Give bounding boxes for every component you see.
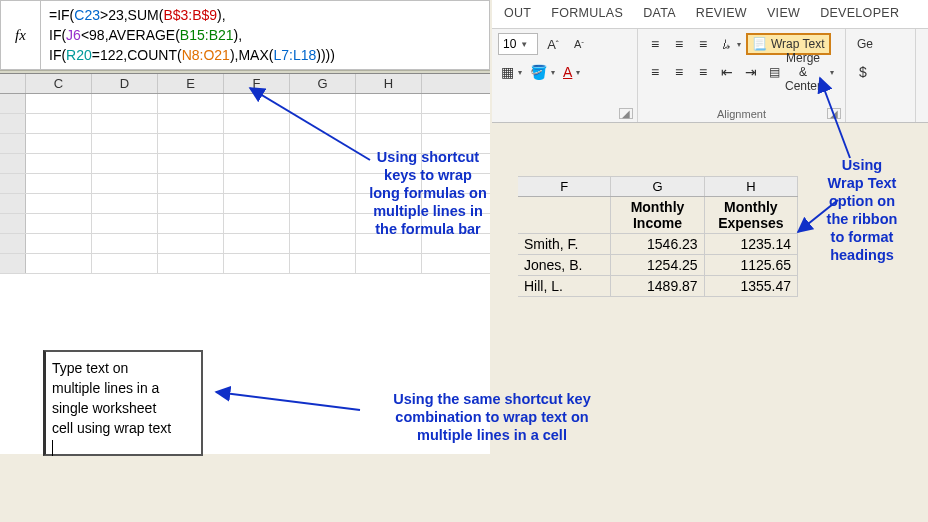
col-header[interactable]: D	[92, 74, 158, 93]
income-cell: 1546.23	[611, 234, 704, 254]
align-bottom-button[interactable]: ≡	[692, 33, 714, 55]
chevron-down-icon: ▾	[518, 68, 522, 77]
wrap-text-icon: 📃	[752, 37, 767, 51]
table-row[interactable]: Jones, B. 1254.25 1125.65	[518, 255, 798, 276]
align-middle-button[interactable]: ≡	[668, 33, 690, 55]
chevron-down-icon: ▾	[576, 68, 580, 77]
chevron-down-icon: ▼	[520, 40, 528, 49]
align-center-button[interactable]: ≡	[668, 61, 690, 83]
orientation-button[interactable]: ⭞▾	[716, 33, 744, 55]
align-top-button[interactable]: ≡	[644, 33, 666, 55]
col-header[interactable]: C	[26, 74, 92, 93]
expenses-cell: 1125.65	[705, 255, 798, 275]
number-format-dropdown[interactable]: Ge	[852, 33, 878, 55]
ribbon-tab[interactable]: FORMULAS	[541, 4, 633, 22]
group-label: Alignment	[638, 108, 845, 120]
wrapped-text-content: Type text on multiple lines in a single …	[52, 360, 171, 436]
font-group: 10▼ Aˆ Aˇ ▦▾ 🪣▾ A▾ ◢	[492, 29, 638, 122]
annotation-wrap-text: Using Wrap Text option on the ribbon to …	[812, 156, 912, 264]
name-cell: Jones, B.	[518, 255, 611, 275]
decrease-indent-button[interactable]: ⇤	[716, 61, 738, 83]
merge-icon: ▤	[769, 65, 780, 79]
col-header[interactable]: H	[705, 177, 798, 196]
align-right-button[interactable]: ≡	[692, 61, 714, 83]
decrease-font-button[interactable]: Aˇ	[568, 33, 590, 55]
increase-font-button[interactable]: Aˆ	[542, 33, 564, 55]
income-cell: 1489.87	[611, 276, 704, 296]
annotation-cell-wrap: Using the same shortcut key combination …	[362, 390, 622, 444]
ribbon-tab[interactable]: OUT	[494, 4, 541, 22]
sample-table: F G H Monthly Income Monthly Expenses Sm…	[518, 176, 798, 297]
table-header-cell: Monthly Income	[611, 197, 704, 233]
dialog-launcher-icon[interactable]: ◢	[619, 108, 633, 119]
number-group: Ge $	[846, 29, 916, 122]
col-header[interactable]: G	[611, 177, 704, 196]
align-left-button[interactable]: ≡	[644, 61, 666, 83]
name-cell: Smith, F.	[518, 234, 611, 254]
formula-input[interactable]: =IF(C23>23,SUM(B$3:B$9), IF(J6<98,AVERAG…	[41, 1, 489, 69]
alignment-group: ≡ ≡ ≡ ⭞▾ 📃 Wrap Text ≡ ≡ ≡ ⇤ ⇥ ▤ Merge &…	[638, 29, 846, 122]
table-row[interactable]: Hill, L. 1489.87 1355.47	[518, 276, 798, 297]
text-cursor	[52, 440, 53, 456]
table-row[interactable]: Smith, F. 1546.23 1235.14	[518, 234, 798, 255]
accounting-format-button[interactable]: $	[852, 61, 874, 83]
ribbon-tab[interactable]: VIEW	[757, 4, 810, 22]
expenses-cell: 1355.47	[705, 276, 798, 296]
expenses-cell: 1235.14	[705, 234, 798, 254]
increase-indent-button[interactable]: ⇥	[740, 61, 762, 83]
merge-center-button[interactable]: ▤ Merge & Center ▾	[764, 61, 839, 83]
fill-color-button[interactable]: 🪣▾	[527, 61, 558, 83]
fx-label[interactable]: fx	[1, 1, 41, 69]
font-size-input[interactable]: 10▼	[498, 33, 538, 55]
chevron-down-icon: ▾	[551, 68, 555, 77]
ribbon-tab-strip: OUT FORMULAS DATA REVIEW VIEW DEVELOPER	[492, 0, 928, 29]
ribbon-panel: OUT FORMULAS DATA REVIEW VIEW DEVELOPER …	[492, 0, 928, 123]
wrapped-text-cell[interactable]: Type text on multiple lines in a single …	[43, 350, 203, 456]
chevron-down-icon: ▾	[830, 68, 834, 77]
name-cell: Hill, L.	[518, 276, 611, 296]
ribbon-body: 10▼ Aˆ Aˇ ▦▾ 🪣▾ A▾ ◢ ≡ ≡ ≡ ⭞▾ 📃 Wrap Te	[492, 29, 928, 123]
col-header[interactable]: H	[356, 74, 422, 93]
annotation-formula-bar: Using shortcut keys to wrap long formula…	[358, 148, 498, 238]
dialog-launcher-icon[interactable]: ◢	[827, 108, 841, 119]
column-header-row: C D E F G H	[0, 74, 490, 94]
ribbon-tab[interactable]: DATA	[633, 4, 686, 22]
font-color-button[interactable]: A▾	[560, 61, 583, 83]
select-all-corner[interactable]	[0, 74, 26, 93]
col-header[interactable]: E	[158, 74, 224, 93]
ribbon-tab[interactable]: REVIEW	[686, 4, 757, 22]
col-header[interactable]: G	[290, 74, 356, 93]
borders-button[interactable]: ▦▾	[498, 61, 525, 83]
ribbon-tab[interactable]: DEVELOPER	[810, 4, 909, 22]
table-header-cell	[518, 197, 611, 233]
income-cell: 1254.25	[611, 255, 704, 275]
col-header[interactable]: F	[224, 74, 290, 93]
chevron-down-icon: ▾	[737, 40, 741, 49]
table-header-cell: Monthly Expenses	[705, 197, 798, 233]
col-header[interactable]: F	[518, 177, 611, 196]
